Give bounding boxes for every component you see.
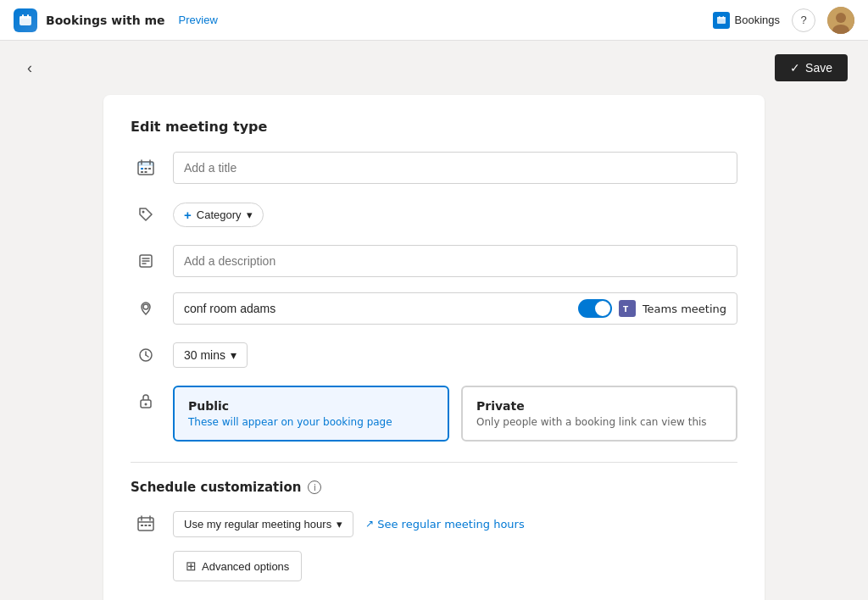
duration-row: 30 mins ▾ — [131, 340, 737, 370]
teams-icon: T — [619, 300, 636, 317]
preview-button[interactable]: Preview — [174, 12, 223, 28]
save-checkmark-icon: ✓ — [790, 61, 800, 75]
svg-rect-37 — [141, 525, 143, 526]
svg-rect-1 — [19, 16, 31, 19]
svg-rect-12 — [138, 162, 153, 166]
visibility-private-desc: Only people with a booking link can view… — [476, 416, 722, 428]
category-chevron-icon: ▾ — [247, 208, 253, 221]
bookings-nav-button[interactable]: Bookings — [713, 12, 780, 29]
tag-icon — [131, 199, 161, 230]
help-button[interactable]: ? — [792, 8, 815, 32]
visibility-public-desc: These will appear on your booking page — [188, 416, 434, 428]
location-input[interactable] — [184, 302, 570, 315]
calendar-icon — [131, 153, 161, 183]
description-row — [131, 245, 737, 277]
svg-point-9 — [836, 13, 846, 23]
svg-rect-15 — [141, 168, 143, 169]
svg-rect-39 — [148, 525, 151, 526]
svg-rect-7 — [722, 16, 724, 19]
advanced-plus-icon: ⊞ — [186, 558, 197, 574]
visibility-public-card[interactable]: Public These will appear on your booking… — [173, 386, 449, 442]
schedule-title: Schedule customization — [131, 480, 301, 495]
svg-rect-6 — [719, 16, 721, 19]
visibility-public-title: Public — [188, 399, 434, 413]
meeting-hours-value: Use my regular meeting hours — [184, 518, 331, 531]
visibility-row: Public These will appear on your booking… — [131, 386, 737, 442]
meeting-hours-chevron-icon: ▾ — [337, 518, 342, 531]
title-input[interactable] — [173, 152, 737, 184]
bookings-nav-label: Bookings — [735, 14, 780, 26]
svg-line-30 — [146, 355, 148, 357]
schedule-calendar-icon — [131, 508, 161, 539]
save-button[interactable]: ✓ Save — [775, 54, 848, 81]
back-button[interactable]: ‹ — [20, 56, 39, 81]
meeting-hours-select[interactable]: Use my regular meeting hours ▾ — [173, 511, 353, 537]
schedule-hours-row: Use my regular meeting hours ▾ ↗ See reg… — [131, 508, 737, 539]
location-icon — [131, 293, 161, 324]
svg-rect-33 — [138, 518, 153, 531]
category-label: Category — [197, 208, 242, 221]
location-row: T Teams meeting — [131, 292, 737, 325]
duration-select[interactable]: 30 mins ▾ — [173, 342, 248, 368]
schedule-title-row: Schedule customization i — [131, 480, 737, 495]
nav-left: Bookings with me Preview — [14, 8, 223, 32]
svg-rect-38 — [145, 525, 147, 526]
lock-icon — [131, 386, 161, 416]
duration-chevron-icon: ▾ — [231, 348, 236, 362]
advanced-options-button[interactable]: ⊞ Advanced options — [173, 551, 302, 581]
duration-value: 30 mins — [184, 348, 225, 362]
category-row: + Category ▾ — [131, 199, 737, 230]
see-hours-link[interactable]: ↗ See regular meeting hours — [365, 518, 525, 531]
bookings-nav-icon — [713, 12, 730, 29]
visibility-options: Public These will appear on your booking… — [173, 386, 737, 442]
svg-rect-2 — [22, 14, 24, 18]
toolbar-row: ‹ ✓ Save — [20, 54, 848, 81]
info-icon[interactable]: i — [308, 481, 321, 494]
svg-point-32 — [145, 403, 147, 406]
advanced-options-label: Advanced options — [202, 560, 289, 573]
svg-rect-18 — [141, 171, 143, 173]
app-logo — [14, 8, 37, 32]
form-card: Edit meeting type — [103, 95, 765, 600]
title-row — [131, 152, 737, 184]
svg-text:T: T — [623, 305, 629, 314]
visibility-private-card[interactable]: Private Only people with a booking link … — [461, 386, 737, 442]
svg-point-20 — [142, 211, 145, 214]
location-input-wrapper: T Teams meeting — [173, 292, 737, 325]
save-label: Save — [805, 61, 832, 75]
svg-rect-16 — [145, 168, 147, 169]
clock-icon — [131, 340, 161, 370]
svg-rect-5 — [717, 17, 726, 19]
section-title: Edit meeting type — [131, 119, 737, 135]
teams-toggle-wrapper: T Teams meeting — [578, 299, 726, 318]
description-icon — [131, 246, 161, 276]
external-link-icon: ↗ — [365, 518, 374, 530]
category-button[interactable]: + Category ▾ — [173, 203, 264, 227]
svg-point-25 — [143, 304, 148, 309]
svg-rect-19 — [145, 171, 147, 173]
category-plus-icon: + — [184, 208, 192, 222]
teams-label: Teams meeting — [643, 303, 726, 315]
teams-toggle[interactable] — [578, 299, 612, 318]
main-area: ‹ ✓ Save Edit meeting type — [0, 41, 868, 600]
nav-right: Bookings ? — [713, 7, 854, 34]
svg-rect-17 — [148, 168, 151, 169]
see-hours-label: See regular meeting hours — [377, 518, 525, 531]
schedule-section: Schedule customization i Us — [131, 462, 737, 581]
top-navigation: Bookings with me Preview Bookings ? — [0, 0, 868, 41]
app-title: Bookings with me — [46, 14, 165, 27]
advanced-row: ⊞ Advanced options — [131, 551, 737, 581]
description-input[interactable] — [173, 245, 737, 277]
user-avatar[interactable] — [827, 7, 854, 34]
visibility-private-title: Private — [476, 399, 722, 413]
svg-rect-3 — [27, 14, 29, 18]
